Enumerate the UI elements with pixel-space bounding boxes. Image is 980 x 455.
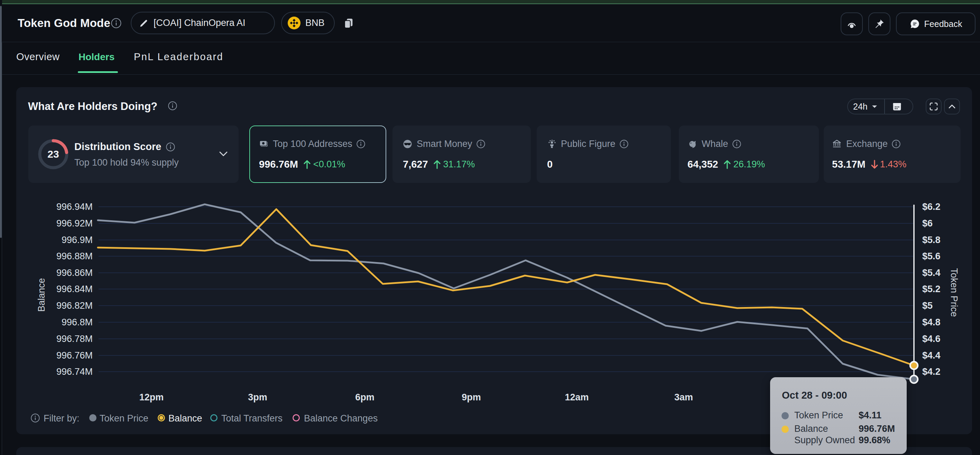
svg-text:996.92M: 996.92M <box>56 218 93 229</box>
svg-text:996.88M: 996.88M <box>56 251 93 261</box>
svg-text:996.84M: 996.84M <box>56 284 93 294</box>
svg-text:996.8M: 996.8M <box>62 317 93 328</box>
svg-text:3am: 3am <box>674 392 693 402</box>
svg-text:$5.6: $5.6 <box>922 251 940 261</box>
svg-text:996.94M: 996.94M <box>56 202 93 212</box>
svg-text:996.9M: 996.9M <box>62 235 93 245</box>
svg-text:$6.2: $6.2 <box>922 202 940 212</box>
svg-text:Token Price: Token Price <box>949 268 959 317</box>
svg-text:$5.4: $5.4 <box>922 267 940 278</box>
svg-text:$5: $5 <box>922 301 932 311</box>
svg-text:9pm: 9pm <box>461 392 481 402</box>
svg-text:Balance: Balance <box>36 278 47 312</box>
svg-text:$5.8: $5.8 <box>922 235 940 245</box>
svg-text:6pm: 6pm <box>355 392 374 402</box>
svg-text:$4.4: $4.4 <box>922 350 940 361</box>
svg-text:$6: $6 <box>922 218 932 229</box>
svg-text:996.82M: 996.82M <box>56 301 93 311</box>
svg-text:3pm: 3pm <box>248 392 267 402</box>
svg-text:996.74M: 996.74M <box>56 366 93 377</box>
svg-text:996.86M: 996.86M <box>56 267 93 278</box>
svg-text:996.76M: 996.76M <box>56 350 93 361</box>
svg-text:$4.6: $4.6 <box>922 334 940 344</box>
svg-text:$5.2: $5.2 <box>922 284 940 294</box>
svg-text:996.78M: 996.78M <box>56 334 93 344</box>
svg-text:$4.8: $4.8 <box>922 317 940 328</box>
svg-text:12pm: 12pm <box>139 392 164 402</box>
svg-text:12am: 12am <box>565 392 589 402</box>
svg-text:$4.2: $4.2 <box>922 366 940 377</box>
